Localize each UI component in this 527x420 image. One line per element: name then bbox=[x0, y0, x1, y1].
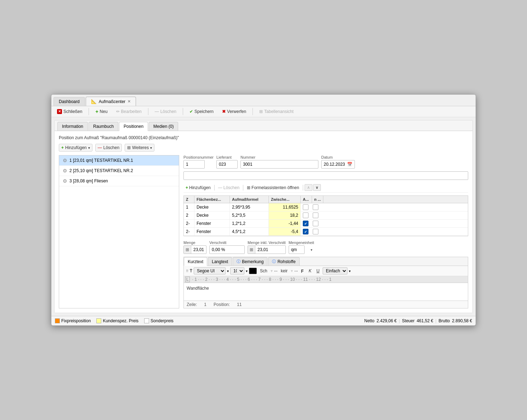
neu-button[interactable]: + Neu bbox=[93, 108, 109, 115]
checkbox-a-4-checked[interactable]: ✔ bbox=[303, 229, 308, 234]
size-select[interactable]: 10 8 12 14 bbox=[230, 267, 244, 274]
nav-down-button[interactable]: ∨ bbox=[313, 184, 321, 191]
cell-zwischen-3: -1,44 bbox=[269, 220, 301, 227]
format-select[interactable]: Einfach bbox=[323, 267, 347, 274]
bottom-tab-bar: Kurztext Langtext ⓘ Bemerkung ⓘ bbox=[184, 257, 468, 266]
italic-button[interactable]: K bbox=[307, 268, 313, 274]
more-button[interactable]: ⊞ Weiteres ▾ bbox=[125, 144, 154, 152]
cell-flaeche-1: Decke bbox=[194, 203, 230, 211]
nav-up-button[interactable]: ∧ bbox=[305, 184, 312, 191]
inner-delete-button[interactable]: — Löschen bbox=[216, 185, 242, 191]
mengeneinheit-wrapper: qm m m² m³ St bbox=[289, 245, 314, 254]
cell-a-3[interactable]: ✔ bbox=[301, 220, 311, 227]
cell-n-3[interactable] bbox=[311, 220, 321, 227]
cell-formel-2: 5,2*3,5 bbox=[230, 211, 269, 219]
sch-button[interactable]: Sch bbox=[258, 268, 269, 274]
bottom-tab-rohstoffe-label: Rohstoffe bbox=[277, 259, 295, 264]
grid-row-4[interactable]: 2- Fenster 4,5*1,2 -5,4 ✔ bbox=[184, 228, 468, 236]
checkbox-n-4[interactable] bbox=[313, 229, 318, 234]
cell-a-1[interactable] bbox=[301, 203, 311, 211]
description-input[interactable] bbox=[183, 171, 468, 180]
grid-row-1[interactable]: 1 Decke 2,95*3,95 11,6525 bbox=[184, 203, 468, 211]
checkbox-a-3-checked[interactable]: ✔ bbox=[303, 221, 308, 226]
tab-positionen[interactable]: Positionen bbox=[119, 122, 148, 131]
checkbox-a-1[interactable] bbox=[303, 204, 308, 210]
cell-a-2[interactable] bbox=[301, 211, 311, 219]
verwerfen-button[interactable]: ✖ Verwerfen bbox=[220, 108, 248, 115]
bottom-tab-bemerkung[interactable]: ⓘ Bemerkung bbox=[233, 257, 267, 266]
cell-n-1[interactable] bbox=[311, 203, 321, 211]
tab-aufmasscenter[interactable]: 📐 Aufmaßcenter ✕ bbox=[86, 97, 136, 106]
bottom-tab-langtext[interactable]: Langtext bbox=[208, 257, 232, 266]
tab-raumbuch[interactable]: Raumbuch bbox=[89, 122, 118, 131]
speichern-icon: ✔ bbox=[189, 109, 193, 114]
font-select[interactable]: Segoe UI bbox=[194, 267, 226, 274]
color-swatch[interactable] bbox=[249, 268, 257, 274]
header-a: A... bbox=[301, 196, 312, 203]
verschnitt-input[interactable] bbox=[209, 245, 245, 254]
tab-dashboard[interactable]: Dashboard bbox=[53, 97, 85, 106]
checkbox-a-2[interactable] bbox=[303, 212, 308, 218]
add-icon: + bbox=[61, 145, 64, 150]
positions-list: ⚙ 1 [23,01 qm] TESTARTIKEL NR.1 ⚙ 2 [25,… bbox=[59, 155, 179, 308]
inner-add-button[interactable]: + Hinzufügen bbox=[183, 185, 213, 191]
menge-inkl-value: 23,01 bbox=[255, 247, 270, 252]
cell-formel-3: 1,2*1,2 bbox=[230, 220, 269, 227]
right-panel: Positionsnummer Lieferant Nummer Da bbox=[183, 155, 468, 308]
cell-a-4[interactable]: ✔ bbox=[301, 228, 311, 235]
mengeneinheit-select[interactable]: qm m m² m³ St bbox=[289, 245, 305, 254]
more-label: Weiteres bbox=[132, 145, 149, 150]
bearbeiten-icon: ✏ bbox=[116, 109, 120, 114]
main-toolbar: ✕ Schließen + Neu ✏ Bearbeiten — Löschen… bbox=[51, 106, 476, 117]
tab-medien[interactable]: Medien (0) bbox=[149, 122, 178, 131]
legend-kundenspez: Kundenspez. Preis bbox=[96, 318, 138, 323]
positionsnummer-input[interactable] bbox=[183, 160, 205, 169]
checkbox-n-1[interactable] bbox=[313, 204, 318, 210]
formula-button[interactable]: ⊞ Formelassistenten öffnen bbox=[245, 185, 301, 191]
delete-button[interactable]: — Löschen bbox=[95, 144, 122, 152]
checkbox-n-3[interactable] bbox=[313, 221, 318, 226]
lieferant-input[interactable] bbox=[216, 160, 238, 169]
add-button[interactable]: + Hinzufügen ▾ bbox=[59, 144, 92, 152]
header-z: Z bbox=[184, 196, 194, 203]
speichern-button[interactable]: ✔ Speichern bbox=[187, 108, 216, 115]
list-item-2[interactable]: ⚙ 2 [25,10 qm] TESTARTIKEL NR.2 bbox=[59, 166, 179, 176]
text-editor-toolbar: ⠿ T̈ Segoe UI ▾ 10 8 12 14 bbox=[184, 266, 468, 276]
grid-row-2[interactable]: 2 Decke 5,2*3,5 18,2 bbox=[184, 211, 468, 220]
schliessen-label: Schließen bbox=[63, 109, 82, 114]
inner-add-label: Hinzufügen bbox=[189, 185, 211, 190]
bold-button[interactable]: F bbox=[299, 267, 305, 274]
tab-close-icon[interactable]: ✕ bbox=[128, 99, 131, 104]
zeile-label: Zeile: bbox=[187, 302, 197, 307]
brutto-value: 2.890,58 € bbox=[452, 318, 472, 323]
inner-sep-1 bbox=[214, 185, 215, 191]
grid-row-3[interactable]: 2- Fenster 1,2*1,2 -1,44 ✔ bbox=[184, 220, 468, 228]
cell-n-4[interactable] bbox=[311, 228, 321, 235]
schliessen-button[interactable]: ✕ Schließen bbox=[55, 108, 84, 115]
verschnitt-group: Verschnitt bbox=[209, 240, 245, 254]
tabellenansicht-button[interactable]: ⊞ Tabellenansicht bbox=[257, 108, 296, 115]
list-item-1[interactable]: ⚙ 1 [23,01 qm] TESTARTIKEL NR.1 bbox=[59, 155, 179, 166]
tab-information[interactable]: Information bbox=[57, 122, 88, 131]
calendar-icon[interactable]: 📅 bbox=[347, 162, 352, 167]
menge-label: Menge bbox=[183, 240, 206, 245]
sch-label: Sch bbox=[260, 268, 267, 273]
position-header: Position zum Aufmaß "Raumaufmaß 00000140… bbox=[59, 135, 468, 140]
form-row-1: Positionsnummer Lieferant Nummer Da bbox=[183, 155, 468, 169]
cell-n-2[interactable] bbox=[311, 211, 321, 219]
format-chevron-icon: ▾ bbox=[349, 269, 351, 273]
bearbeiten-button[interactable]: ✏ Bearbeiten bbox=[114, 108, 144, 115]
bottom-tab-rohstoffe[interactable]: ⓘ Rohstoffe bbox=[268, 257, 299, 266]
text-status-bar: Zeile: 1 Position: 11 bbox=[184, 301, 468, 308]
list-item-3[interactable]: ⚙ 3 [28,08 qm] Fliesen bbox=[59, 176, 179, 186]
nummer-input[interactable] bbox=[240, 160, 318, 169]
underline-button[interactable]: U bbox=[314, 268, 321, 274]
text-content[interactable]: Wandfläche bbox=[184, 283, 468, 301]
cell-z-3: 2- bbox=[184, 220, 194, 227]
loeschen-button[interactable]: — Löschen bbox=[153, 108, 178, 115]
keir-button[interactable]: keir bbox=[279, 268, 289, 274]
bottom-tab-kurztext[interactable]: Kurztext bbox=[184, 257, 207, 266]
tab-aufmasscenter-label: Aufmaßcenter bbox=[99, 99, 125, 104]
lieferant-label: Lieferant bbox=[216, 155, 238, 159]
checkbox-n-2[interactable] bbox=[313, 212, 318, 218]
